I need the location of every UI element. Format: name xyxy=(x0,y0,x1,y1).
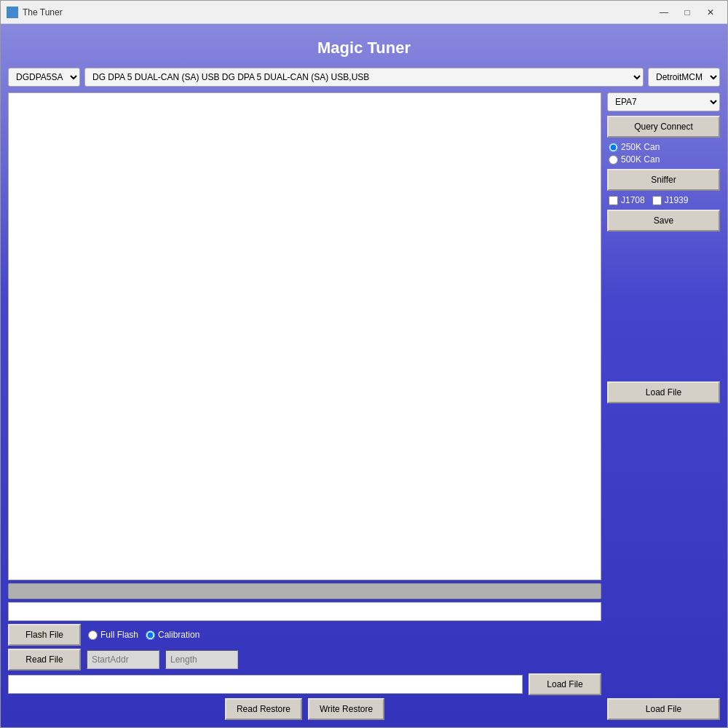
restore-buttons: Read Restore Write Restore xyxy=(8,698,601,720)
main-window: The Tuner — □ ✕ Magic Tuner DGDPA5SA DG … xyxy=(0,0,728,728)
write-restore-button[interactable]: Write Restore xyxy=(308,698,384,720)
load-file-bottom-button[interactable]: Load File xyxy=(529,673,601,695)
j1939-checkbox[interactable] xyxy=(652,196,662,205)
close-button[interactable]: ✕ xyxy=(700,4,721,21)
window-content: Magic Tuner DGDPA5SA DG DPA 5 DUAL-CAN (… xyxy=(1,24,727,727)
calibration-label[interactable]: Calibration xyxy=(146,630,199,640)
j1939-label[interactable]: J1939 xyxy=(652,195,689,205)
right-top-controls: EPA7 Query Connect 250K Can 500K Can xyxy=(607,92,720,232)
full-flash-label[interactable]: Full Flash xyxy=(88,630,138,640)
protocol-checkbox-group: J1708 J1939 xyxy=(607,195,720,205)
restore-input[interactable] xyxy=(8,675,523,694)
250k-radio[interactable] xyxy=(609,143,618,152)
read-restore-button[interactable]: Read Restore xyxy=(225,698,302,720)
left-panel: Flash File Full Flash Calibration Read F… xyxy=(8,92,601,720)
sniffer-button[interactable]: Sniffer xyxy=(607,169,720,191)
adapter-dropdown[interactable]: DG DPA 5 DUAL-CAN (SA) USB DG DPA 5 DUAL… xyxy=(84,68,644,87)
window-controls: — □ ✕ xyxy=(653,4,721,21)
flash-row: Flash File Full Flash Calibration xyxy=(8,624,601,646)
250k-label[interactable]: 250K Can xyxy=(609,142,720,152)
load-file-top-button[interactable]: Load File xyxy=(607,381,720,403)
maximize-button[interactable]: □ xyxy=(676,4,698,21)
read-file-button[interactable]: Read File xyxy=(8,649,81,670)
length-input[interactable] xyxy=(165,650,238,669)
ecu-dropdown[interactable]: DetroitMCM xyxy=(648,68,720,87)
device-dropdown[interactable]: DGDPA5SA xyxy=(8,68,80,87)
right-panel: EPA7 Query Connect 250K Can 500K Can xyxy=(607,92,720,720)
main-area: Flash File Full Flash Calibration Read F… xyxy=(8,92,720,720)
500k-radio[interactable] xyxy=(609,155,618,165)
top-controls: DGDPA5SA DG DPA 5 DUAL-CAN (SA) USB DG D… xyxy=(8,68,720,87)
flash-file-button[interactable]: Flash File xyxy=(8,624,81,646)
read-row: Read File xyxy=(8,649,601,670)
500k-label[interactable]: 500K Can xyxy=(609,154,720,165)
protocol-dropdown[interactable]: EPA7 xyxy=(607,92,720,111)
text-input-bar[interactable] xyxy=(8,602,601,621)
j1708-checkbox[interactable] xyxy=(609,196,618,205)
full-flash-radio[interactable] xyxy=(88,630,98,640)
minimize-button[interactable]: — xyxy=(653,4,675,21)
start-addr-input[interactable] xyxy=(87,650,159,669)
calibration-radio[interactable] xyxy=(146,630,155,640)
title-bar: The Tuner — □ ✕ xyxy=(1,1,727,24)
load-file-second-button[interactable]: Load File xyxy=(607,698,720,720)
restore-row: Load File xyxy=(8,673,601,695)
progress-bar xyxy=(8,583,601,599)
app-title: Magic Tuner xyxy=(8,31,720,62)
can-speed-group: 250K Can 500K Can xyxy=(607,142,720,165)
j1708-label[interactable]: J1708 xyxy=(609,195,645,205)
log-area xyxy=(8,92,601,580)
app-icon xyxy=(7,7,18,18)
save-button[interactable]: Save xyxy=(607,210,720,232)
window-title: The Tuner xyxy=(23,7,653,17)
query-connect-button[interactable]: Query Connect xyxy=(607,116,720,138)
